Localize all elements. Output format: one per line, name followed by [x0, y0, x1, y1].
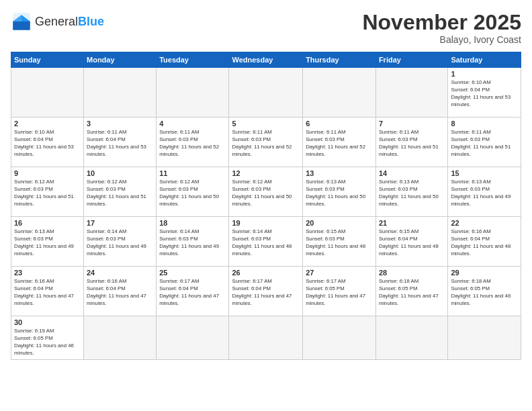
title-block: November 2025 Balayo, Ivory Coast	[362, 11, 521, 45]
calendar-cell-16: 10Sunrise: 6:12 AMSunset: 6:03 PMDayligh…	[84, 167, 157, 217]
calendar-cell-20: 14Sunrise: 6:13 AMSunset: 6:03 PMDayligh…	[375, 167, 447, 217]
calendar-cell-7: 1Sunrise: 6:10 AMSunset: 6:04 PMDaylight…	[448, 68, 521, 118]
day-info: Sunrise: 6:11 AMSunset: 6:03 PMDaylight:…	[451, 129, 518, 158]
header-monday: Monday	[84, 52, 157, 68]
calendar-cell-40	[303, 316, 376, 360]
calendar-cell-1	[11, 68, 84, 118]
week-row-2: 2Sunrise: 6:10 AMSunset: 6:04 PMDaylight…	[11, 118, 521, 167]
day-info: Sunrise: 6:17 AMSunset: 6:05 PMDaylight:…	[306, 278, 373, 308]
day-number: 14	[379, 169, 445, 177]
calendar-cell-23: 17Sunrise: 6:14 AMSunset: 6:03 PMDayligh…	[84, 217, 157, 267]
day-info: Sunrise: 6:11 AMSunset: 6:03 PMDaylight:…	[379, 129, 445, 158]
day-info: Sunrise: 6:12 AMSunset: 6:03 PMDaylight:…	[87, 179, 153, 208]
day-number: 10	[87, 169, 153, 177]
day-info: Sunrise: 6:11 AMSunset: 6:04 PMDaylight:…	[87, 129, 153, 158]
calendar-cell-28: 22Sunrise: 6:16 AMSunset: 6:04 PMDayligh…	[448, 217, 521, 267]
day-number: 6	[306, 120, 373, 128]
calendar-cell-15: 9Sunrise: 6:12 AMSunset: 6:03 PMDaylight…	[11, 167, 84, 217]
header-tuesday: Tuesday	[157, 52, 229, 68]
day-info: Sunrise: 6:13 AMSunset: 6:03 PMDaylight:…	[14, 228, 81, 258]
calendar-cell-27: 21Sunrise: 6:15 AMSunset: 6:04 PMDayligh…	[375, 217, 447, 267]
day-number: 26	[232, 269, 300, 277]
day-number: 15	[451, 169, 518, 177]
calendar-cell-14: 8Sunrise: 6:11 AMSunset: 6:03 PMDaylight…	[448, 118, 521, 167]
day-info: Sunrise: 6:14 AMSunset: 6:03 PMDaylight:…	[87, 228, 153, 258]
day-number: 3	[87, 120, 153, 128]
header-wednesday: Wednesday	[229, 52, 303, 68]
calendar-cell-33: 27Sunrise: 6:17 AMSunset: 6:05 PMDayligh…	[303, 267, 376, 316]
day-number: 12	[232, 169, 300, 177]
day-number: 8	[451, 120, 518, 128]
calendar-cell-13: 7Sunrise: 6:11 AMSunset: 6:03 PMDaylight…	[375, 118, 447, 167]
day-info: Sunrise: 6:12 AMSunset: 6:03 PMDaylight:…	[159, 179, 226, 208]
calendar-cell-3	[157, 68, 229, 118]
day-number: 23	[14, 269, 81, 277]
calendar-header-row: Sunday Monday Tuesday Wednesday Thursday…	[11, 52, 521, 68]
calendar-cell-39	[229, 316, 303, 360]
day-number: 1	[451, 70, 518, 78]
calendar-cell-38	[157, 316, 229, 360]
day-number: 27	[306, 269, 373, 277]
day-info: Sunrise: 6:13 AMSunset: 6:03 PMDaylight:…	[451, 179, 518, 208]
calendar-cell-2	[84, 68, 157, 118]
calendar-cell-37	[84, 316, 157, 360]
calendar-cell-8: 2Sunrise: 6:10 AMSunset: 6:04 PMDaylight…	[11, 118, 84, 167]
calendar-cell-18: 12Sunrise: 6:12 AMSunset: 6:03 PMDayligh…	[229, 167, 303, 217]
calendar-cell-21: 15Sunrise: 6:13 AMSunset: 6:03 PMDayligh…	[448, 167, 521, 217]
header-saturday: Saturday	[448, 52, 521, 68]
day-number: 4	[159, 120, 226, 128]
day-number: 5	[232, 120, 300, 128]
calendar-cell-36: 30Sunrise: 6:19 AMSunset: 6:05 PMDayligh…	[11, 316, 84, 360]
calendar-cell-6	[375, 68, 447, 118]
calendar-cell-22: 16Sunrise: 6:13 AMSunset: 6:03 PMDayligh…	[11, 217, 84, 267]
day-number: 16	[14, 219, 81, 227]
day-number: 28	[379, 269, 445, 277]
day-info: Sunrise: 6:10 AMSunset: 6:04 PMDaylight:…	[14, 129, 81, 158]
day-info: Sunrise: 6:18 AMSunset: 6:05 PMDaylight:…	[379, 278, 445, 308]
week-row-4: 16Sunrise: 6:13 AMSunset: 6:03 PMDayligh…	[11, 217, 521, 267]
day-number: 18	[159, 219, 226, 227]
day-info: Sunrise: 6:17 AMSunset: 6:04 PMDaylight:…	[159, 278, 226, 308]
day-info: Sunrise: 6:16 AMSunset: 6:04 PMDaylight:…	[451, 228, 518, 258]
day-info: Sunrise: 6:10 AMSunset: 6:04 PMDaylight:…	[451, 79, 518, 109]
header-thursday: Thursday	[303, 52, 376, 68]
day-number: 29	[451, 269, 518, 277]
month-title: November 2025	[362, 11, 521, 34]
day-number: 25	[159, 269, 226, 277]
calendar-cell-42	[448, 316, 521, 360]
week-row-3: 9Sunrise: 6:12 AMSunset: 6:03 PMDaylight…	[11, 167, 521, 217]
calendar-cell-29: 23Sunrise: 6:16 AMSunset: 6:04 PMDayligh…	[11, 267, 84, 316]
calendar-cell-12: 6Sunrise: 6:11 AMSunset: 6:03 PMDaylight…	[303, 118, 376, 167]
location: Balayo, Ivory Coast	[362, 34, 521, 45]
calendar-cell-19: 13Sunrise: 6:13 AMSunset: 6:03 PMDayligh…	[303, 167, 376, 217]
calendar-cell-4	[229, 68, 303, 118]
header-friday: Friday	[375, 52, 447, 68]
week-row-6: 30Sunrise: 6:19 AMSunset: 6:05 PMDayligh…	[11, 316, 521, 360]
header: GeneralBlue November 2025 Balayo, Ivory …	[11, 11, 521, 45]
day-number: 21	[379, 219, 445, 227]
day-number: 19	[232, 219, 300, 227]
calendar-cell-25: 19Sunrise: 6:14 AMSunset: 6:03 PMDayligh…	[229, 217, 303, 267]
header-sunday: Sunday	[11, 52, 84, 68]
calendar-cell-35: 29Sunrise: 6:18 AMSunset: 6:05 PMDayligh…	[448, 267, 521, 316]
day-info: Sunrise: 6:12 AMSunset: 6:03 PMDaylight:…	[232, 179, 300, 208]
day-info: Sunrise: 6:11 AMSunset: 6:03 PMDaylight:…	[159, 129, 226, 158]
day-number: 22	[451, 219, 518, 227]
week-row-5: 23Sunrise: 6:16 AMSunset: 6:04 PMDayligh…	[11, 267, 521, 316]
day-number: 7	[379, 120, 445, 128]
day-info: Sunrise: 6:19 AMSunset: 6:05 PMDaylight:…	[14, 328, 81, 357]
day-number: 20	[306, 219, 373, 227]
day-info: Sunrise: 6:16 AMSunset: 6:04 PMDaylight:…	[14, 278, 81, 308]
day-info: Sunrise: 6:18 AMSunset: 6:05 PMDaylight:…	[451, 278, 518, 308]
page: GeneralBlue November 2025 Balayo, Ivory …	[0, 0, 532, 411]
day-info: Sunrise: 6:17 AMSunset: 6:04 PMDaylight:…	[232, 278, 300, 308]
day-info: Sunrise: 6:13 AMSunset: 6:03 PMDaylight:…	[379, 179, 445, 208]
day-info: Sunrise: 6:11 AMSunset: 6:03 PMDaylight:…	[232, 129, 300, 158]
day-number: 9	[14, 169, 81, 177]
calendar-table: Sunday Monday Tuesday Wednesday Thursday…	[11, 52, 521, 360]
day-info: Sunrise: 6:15 AMSunset: 6:03 PMDaylight:…	[306, 228, 373, 258]
day-number: 24	[87, 269, 153, 277]
day-number: 11	[159, 169, 226, 177]
calendar-cell-17: 11Sunrise: 6:12 AMSunset: 6:03 PMDayligh…	[157, 167, 229, 217]
day-info: Sunrise: 6:14 AMSunset: 6:03 PMDaylight:…	[159, 228, 226, 258]
